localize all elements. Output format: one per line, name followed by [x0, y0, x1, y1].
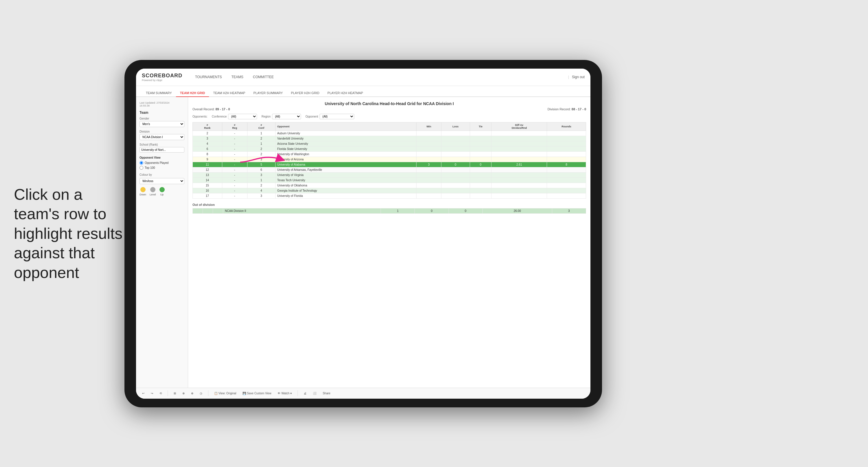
- cell-tie: [470, 146, 492, 151]
- tablet-screen: SCOREBOARD Powered by clippi TOURNAMENTS…: [136, 68, 590, 399]
- tab-player-h2h-grid[interactable]: PLAYER H2H GRID: [287, 89, 323, 97]
- instruction-text: Click on a team's row to highlight resul…: [14, 185, 127, 283]
- redo-button[interactable]: ↪: [149, 391, 155, 396]
- cell-loss: [441, 177, 470, 183]
- gender-select[interactable]: Men's: [140, 121, 184, 127]
- cell-conf: 6: [247, 167, 275, 172]
- cell-conf: 1: [247, 141, 275, 146]
- nav-teams[interactable]: TEAMS: [227, 73, 247, 81]
- grid-button[interactable]: ⊞: [172, 391, 178, 396]
- col-rounds: Rounds: [547, 122, 586, 130]
- out-div-tie: 0: [448, 208, 483, 213]
- cell-loss: [441, 183, 470, 188]
- colour-level-label: Level: [150, 193, 156, 196]
- table-row[interactable]: 15-2University of Oklahoma: [193, 183, 586, 188]
- region-filter: Region (All): [261, 114, 301, 119]
- table-row[interactable]: 6-2Florida State University: [193, 146, 586, 151]
- cell-conf: 2: [247, 151, 275, 157]
- cell-rounds: [547, 157, 586, 162]
- view-original-button[interactable]: 📋 View: Original: [212, 391, 238, 396]
- cell-tie: [470, 183, 492, 188]
- cell-diff: 2.61: [492, 162, 547, 167]
- nav-committee[interactable]: COMMITTEE: [249, 73, 278, 81]
- cell-conf: 1: [247, 130, 275, 136]
- tab-team-summary[interactable]: TEAM SUMMARY: [142, 89, 176, 97]
- share-button[interactable]: Share: [321, 391, 332, 396]
- cell-rank: 4: [193, 141, 222, 146]
- cell-loss: [441, 157, 470, 162]
- school-input[interactable]: [140, 147, 184, 153]
- table-row[interactable]: 4-1Arizona State University: [193, 141, 586, 146]
- cell-opponent: Auburn University: [275, 130, 416, 136]
- sign-out-button[interactable]: Sign out: [572, 75, 585, 79]
- cell-opponent: Georgia Institute of Technology: [275, 188, 416, 193]
- watch-button[interactable]: 👁 Watch ▾: [276, 391, 293, 396]
- cell-loss: [441, 172, 470, 177]
- cell-rounds: [547, 130, 586, 136]
- region-select[interactable]: (All): [272, 114, 301, 119]
- plus-button[interactable]: ⊕: [189, 391, 195, 396]
- radio-top100[interactable]: Top 100: [140, 166, 184, 170]
- clock-button[interactable]: ◷: [198, 391, 204, 396]
- table-row[interactable]: 17-3University of Florida: [193, 193, 586, 198]
- cell-win: [416, 188, 441, 193]
- sidebar-team-label: Team: [140, 111, 184, 115]
- cell-rank: 17: [193, 193, 222, 198]
- cell-conf: 3: [247, 157, 275, 162]
- add-button[interactable]: ⊕: [181, 391, 186, 396]
- table-row[interactable]: 13-3University of Virginia: [193, 172, 586, 177]
- table-row[interactable]: 8-2University of Washington: [193, 151, 586, 157]
- tab-team-h2h-grid[interactable]: TEAM H2H GRID: [176, 89, 209, 97]
- conference-select[interactable]: (All): [228, 114, 257, 119]
- cell-diff: [492, 157, 547, 162]
- out-div-rounds: 3: [552, 208, 586, 213]
- out-of-division-row[interactable]: NCAA Division II 1 0 0 26.00 3: [193, 208, 586, 213]
- cell-opponent: Florida State University: [275, 146, 416, 151]
- cell-diff: [492, 177, 547, 183]
- refresh-button[interactable]: ⟲: [158, 391, 163, 396]
- toolbar-sep-3: [298, 390, 298, 396]
- cell-opponent: Arizona State University: [275, 141, 416, 146]
- cell-rounds: [547, 193, 586, 198]
- cell-conf: 3: [247, 172, 275, 177]
- nav-tournaments[interactable]: TOURNAMENTS: [191, 73, 226, 81]
- table-row[interactable]: 3-2Vanderbilt University: [193, 136, 586, 141]
- cell-loss: [441, 130, 470, 136]
- opponent-filter: Opponent (All): [305, 114, 354, 119]
- export-button[interactable]: ⬜: [311, 391, 318, 396]
- toolbar-sep-1: [167, 390, 168, 396]
- colour-down-dot: [141, 187, 146, 192]
- colour-level: Level: [150, 187, 156, 196]
- tab-team-h2h-heatmap[interactable]: TEAM H2H HEATMAP: [209, 89, 249, 97]
- table-row[interactable]: 12-6University of Arkansas, Fayetteville: [193, 167, 586, 172]
- colour-down-label: Down: [140, 193, 146, 196]
- cell-win: [416, 136, 441, 141]
- cell-tie: [470, 188, 492, 193]
- save-custom-view-button[interactable]: 💾 Save Custom View: [241, 391, 273, 396]
- school-label: School (Rank): [140, 143, 184, 146]
- opponent-select[interactable]: (All): [319, 114, 354, 119]
- cell-win: [416, 167, 441, 172]
- print-button[interactable]: 🖨: [302, 391, 308, 396]
- tab-player-h2h-heatmap[interactable]: PLAYER H2H HEATMAP: [323, 89, 367, 97]
- radio-opponents-played[interactable]: Opponents Played: [140, 161, 184, 165]
- table-row[interactable]: 9-3University of Arizona: [193, 157, 586, 162]
- top-nav: SCOREBOARD Powered by clippi TOURNAMENTS…: [136, 68, 590, 86]
- cell-reg: -: [222, 146, 247, 151]
- cell-win: [416, 193, 441, 198]
- cell-reg: -: [222, 172, 247, 177]
- table-row[interactable]: 2-1Auburn University: [193, 130, 586, 136]
- cell-rank: 13: [193, 172, 222, 177]
- cell-win: 3: [416, 162, 441, 167]
- tab-player-summary[interactable]: PLAYER SUMMARY: [249, 89, 287, 97]
- cell-rank: 9: [193, 157, 222, 162]
- undo-button[interactable]: ↩: [141, 391, 146, 396]
- division-record-value: 88 - 17 - 0: [571, 108, 586, 111]
- colour-by-select[interactable]: Win/loss: [140, 178, 184, 184]
- division-select[interactable]: NCAA Division I: [140, 134, 184, 140]
- table-row[interactable]: 14-1Texas Tech University: [193, 177, 586, 183]
- opponents-filter-label: Opponents:: [192, 115, 208, 118]
- cell-opponent: University of Oklahoma: [275, 183, 416, 188]
- table-row[interactable]: 16-4Georgia Institute of Technology: [193, 188, 586, 193]
- table-row[interactable]: 11-5University of Alabama3002.618: [193, 162, 586, 167]
